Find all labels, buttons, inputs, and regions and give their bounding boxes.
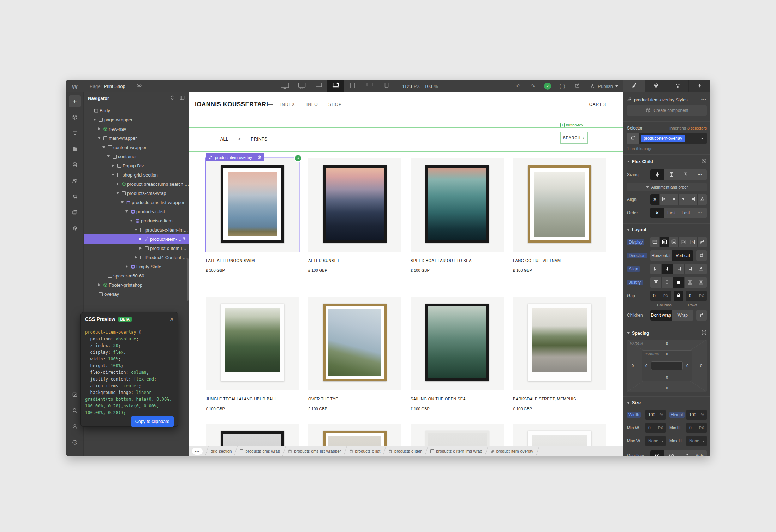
sizing-noshrink-option[interactable] (679, 169, 693, 180)
tree-caret-icon[interactable] (133, 256, 138, 259)
product-card[interactable] (206, 424, 299, 446)
padding-bottom-value[interactable]: 0 (666, 375, 668, 379)
align-end-option[interactable] (679, 194, 688, 205)
tree-caret-icon[interactable] (110, 164, 115, 167)
selector-input[interactable]: product-item-overlay (627, 133, 707, 144)
navigator-item-products-c-item[interactable]: products-c-item (84, 216, 189, 225)
inherited-selector-count[interactable]: 3 selectors (687, 126, 707, 130)
display-inline-option[interactable]: A (688, 237, 698, 247)
navigator-item-shop-grid-section[interactable]: shop-grid-section (84, 170, 189, 179)
order-last-option[interactable]: Last (679, 208, 693, 218)
ecommerce-icon[interactable] (69, 191, 81, 203)
order-none-option[interactable]: ✕ (650, 208, 664, 218)
product-title[interactable]: OVER THE TYE (308, 397, 338, 401)
tree-caret-icon[interactable] (129, 220, 134, 222)
product-title[interactable]: BARKSDALE STREET, MEMPHIS (513, 397, 576, 401)
align-stretch[interactable] (685, 264, 696, 274)
webflow-logo[interactable]: w (66, 80, 84, 92)
overflow-hidden-option[interactable] (664, 450, 679, 456)
margin-right-value[interactable]: 0 (700, 364, 702, 368)
publish-button[interactable]: Publish (585, 83, 623, 90)
product-card[interactable] (308, 297, 401, 390)
tree-caret-icon[interactable] (101, 146, 106, 148)
order-first-option[interactable]: First (664, 208, 679, 218)
direction-reverse-button[interactable] (696, 250, 707, 261)
justify-start[interactable] (650, 277, 662, 288)
tree-caret-icon[interactable] (119, 201, 125, 203)
padding-top-value[interactable]: 0 (666, 352, 668, 356)
pin-selected-icon[interactable] (182, 237, 186, 242)
tree-caret-icon[interactable] (110, 174, 115, 176)
tree-caret-icon[interactable] (138, 238, 143, 240)
navigator-item-products-c-list[interactable]: products-c-list (84, 207, 189, 216)
close-icon[interactable]: ✕ (169, 316, 174, 322)
export-icon[interactable] (570, 80, 585, 92)
design-canvas[interactable]: IOANNIS KOUSSERTARI — INDEX INFO SHOP CA… (189, 92, 623, 456)
add-elements-icon[interactable]: + (69, 95, 81, 107)
selected-element-badge[interactable]: product-item-overlay (206, 153, 264, 161)
padding-right-value[interactable]: 0 (686, 364, 688, 368)
direction-label[interactable]: Direction (627, 253, 647, 258)
min-height-input[interactable]: 0PX (686, 423, 707, 433)
assets-icon[interactable] (69, 207, 81, 219)
width-input[interactable]: 100% (645, 410, 666, 420)
breakpoint-laptop-base-starred-icon[interactable] (327, 80, 344, 92)
section-caret-icon[interactable] (627, 402, 630, 404)
direction-vertical-option[interactable]: Vertical (672, 250, 694, 261)
display-inline-block-option[interactable] (679, 237, 688, 247)
height-label[interactable]: Height (669, 412, 685, 418)
tree-caret-icon[interactable] (124, 265, 129, 268)
navigator-item-product-breadcrumb-search-filter[interactable]: product breadcrumb search filter (84, 179, 189, 189)
tree-caret-icon[interactable] (138, 247, 143, 250)
navigator-item-spacer-m60-60[interactable]: spacer-m60-60 (84, 271, 189, 280)
product-card[interactable] (513, 158, 606, 252)
navigator-item-product4-content-wrap[interactable]: Product4 Content Wrap (84, 253, 189, 262)
breadcrumb-item-product-item-overlay[interactable]: product-item-overlay (490, 449, 533, 453)
max-width-input[interactable]: None- (645, 436, 666, 446)
page-selector[interactable]: Page: Print Shop (84, 84, 131, 89)
breadcrumb-all[interactable]: ALL (220, 137, 228, 142)
margin-left-value[interactable]: 0 (632, 364, 634, 368)
justify-label[interactable]: Justify (627, 280, 643, 285)
site-nav-shop[interactable]: SHOP (328, 102, 342, 107)
display-none-option[interactable] (698, 237, 707, 247)
align-start-option[interactable] (660, 194, 669, 205)
align-baseline-option[interactable] (698, 194, 707, 205)
justify-around[interactable] (696, 277, 707, 288)
sizing-more-option[interactable]: ••• (693, 169, 707, 180)
navigator-item-overlay[interactable]: overlay (84, 289, 189, 299)
align-end[interactable] (673, 264, 684, 274)
sizing-grow-option[interactable] (664, 169, 679, 180)
align-start[interactable] (650, 264, 662, 274)
sizing-shrink-option[interactable] (650, 169, 664, 180)
components-icon[interactable] (69, 111, 81, 123)
height-input[interactable]: 100% (686, 410, 707, 420)
redo-icon[interactable]: ↷ (525, 80, 540, 92)
padding-left-value[interactable]: 0 (645, 364, 647, 368)
product-title[interactable]: LATE AFTERNOON SWIM (206, 258, 255, 263)
breakpoint-tablet-icon[interactable] (344, 80, 361, 92)
tree-caret-icon[interactable] (115, 183, 120, 185)
interaction-trigger-indicator[interactable] (294, 154, 302, 162)
chevron-down-icon[interactable] (701, 138, 704, 139)
product-title[interactable]: LANG CO HUE VIETNAM (513, 258, 561, 263)
product-card[interactable] (206, 158, 299, 252)
breadcrumb-item-products-c-item[interactable]: products-c-item (388, 449, 422, 453)
site-brand[interactable]: IOANNIS KOUSSERTARI (195, 101, 268, 108)
breadcrumb-item-grid-section[interactable]: grid-section (211, 449, 232, 453)
breadcrumb-item-products-cms-list-wrapper[interactable]: products-cms-list-wrapper (288, 449, 341, 453)
breadcrumb-item-products-c-list[interactable]: products-c-list (349, 449, 381, 453)
navigator-item-products-cms-list-wrapper[interactable]: products-cms-list-wrapper (84, 198, 189, 207)
margin-padding-editor[interactable]: MARGIN 0 0 0 0 PADDING 0 0 0 0 (627, 340, 707, 392)
gap-rows-input[interactable]: 0 PX (686, 291, 707, 301)
cart-link[interactable]: CART 3 (589, 102, 606, 107)
gap-lock-icon[interactable] (674, 291, 683, 301)
audit-icon[interactable] (69, 389, 81, 401)
direction-horizontal-option[interactable]: Horizontal (650, 250, 672, 261)
min-width-input[interactable]: 0PX (645, 423, 666, 433)
breadcrumb-item-products-cms-wrap[interactable]: products-cms-wrap (240, 449, 280, 453)
element-settings-gear-icon[interactable] (257, 155, 262, 160)
product-card[interactable] (513, 297, 606, 390)
alignment-and-order-toggle[interactable]: Alignment and order (627, 183, 707, 191)
max-height-input[interactable]: None- (686, 436, 707, 446)
